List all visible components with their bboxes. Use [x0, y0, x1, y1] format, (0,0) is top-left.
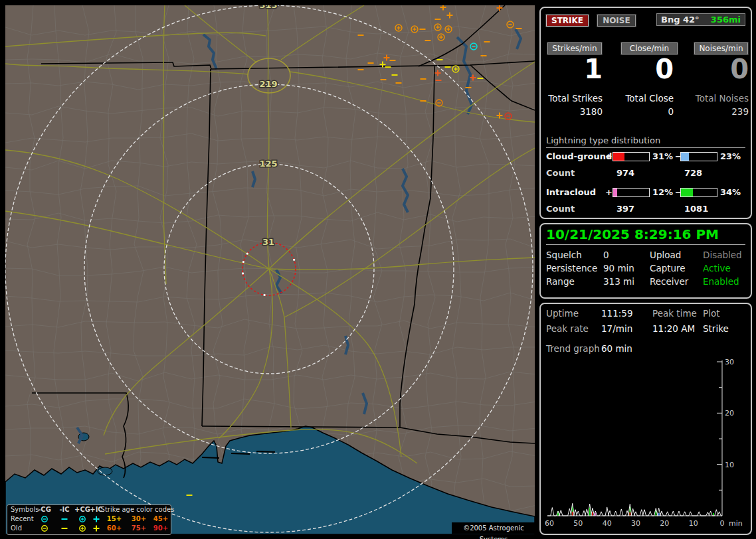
cg-neg-count: 728 [684, 168, 702, 178]
cg-pos-sign: + [605, 151, 613, 161]
intracloud-count-row: Count 397 1081 [541, 204, 751, 214]
svg-text:40: 40 [603, 519, 612, 528]
trend-window-value: 60 min [601, 343, 632, 354]
copyright-label: ©2005 Astrogenic Systems [452, 522, 535, 534]
old-cg-pos-icon [78, 524, 87, 532]
ic-pos-bar [613, 188, 650, 197]
noises-per-min-button[interactable]: Noises/min [694, 42, 748, 54]
cloud-ground-count-row: Count 974 728 [541, 168, 751, 179]
receiver-label: Receiver [650, 276, 688, 287]
datetime-display: 10/21/2025 8:29:16 PM [546, 226, 719, 242]
svg-text:10: 10 [725, 461, 734, 469]
svg-text:20: 20 [725, 409, 734, 418]
intracloud-label: Intracloud [546, 187, 596, 197]
range-label: Range [546, 276, 575, 287]
age-45: 45+ [153, 515, 168, 522]
range-value: 313 mi [603, 276, 634, 287]
ic-neg-pct: 34% [720, 187, 741, 197]
legend-age-title: Strike age color codes [101, 506, 175, 513]
svg-text:219: 219 [259, 79, 277, 89]
old-ic-neg-icon [60, 524, 69, 532]
total-close-label: Total Close [614, 93, 674, 104]
legend-row-old: Old [11, 524, 22, 532]
close-per-min-button[interactable]: Close/min [621, 42, 678, 54]
strike-button[interactable]: STRIKE [546, 15, 589, 27]
svg-text:125: 125 [259, 159, 277, 169]
noise-button[interactable]: NOISE [597, 15, 636, 27]
recent-cg-neg-icon [40, 515, 49, 523]
total-strikes-value: 3180 [546, 106, 603, 117]
age-30: 30+ [132, 515, 146, 522]
map-canvas: 31125219313 [5, 5, 535, 534]
strikes-rate: 1 [546, 56, 603, 82]
trend-panel: Uptime 111:59 Peak time Plot Peak rate 1… [539, 303, 752, 535]
plot-header: Plot [703, 308, 719, 319]
peak-rate-value: 17/min [601, 323, 632, 334]
squelch-value: 0 [603, 250, 609, 260]
recent-ic-pos-icon [92, 515, 101, 523]
age-90: 90+ [153, 524, 168, 532]
svg-text:10: 10 [689, 519, 698, 528]
total-noises-value: 239 [690, 106, 749, 117]
svg-text:min: min [729, 519, 743, 528]
ic-pos-sign: + [605, 187, 613, 197]
upload-label: Upload [650, 250, 681, 260]
counters-panel: STRIKE NOISE Bng 42° 356mi Strikes/min C… [539, 7, 752, 219]
old-cg-neg-icon [40, 524, 49, 532]
legend-col-neg-cg: -CG [38, 506, 51, 513]
trend-graph-label: Trend graph [546, 343, 600, 354]
legend-col-pos-cg: +CG [74, 506, 90, 513]
svg-text:60: 60 [545, 519, 554, 528]
receiver-status: Enabled [703, 276, 739, 287]
capture-status: Active [703, 263, 731, 273]
peak-time-value: 11:20 AM [652, 323, 695, 334]
svg-text:313: 313 [259, 5, 277, 10]
trend-chart: 3020106050403020100min [541, 357, 751, 531]
cloud-ground-label: Cloud-ground [546, 151, 612, 161]
total-strikes-label: Total Strikes [546, 93, 603, 104]
age-60: 60+ [107, 524, 122, 532]
ic-neg-count: 1081 [684, 204, 708, 214]
distribution-title: Lightning type distribution [546, 135, 745, 148]
peak-time-header: Peak time [652, 308, 697, 319]
svg-text:31: 31 [262, 237, 274, 247]
peak-rate-label: Peak rate [546, 323, 589, 334]
ic-neg-bar [680, 188, 717, 197]
cg-neg-pct: 23% [720, 151, 741, 161]
ic-pos-count: 397 [616, 204, 634, 214]
cg-neg-bar [680, 152, 717, 161]
cloud-ground-row: Cloud-ground + 31% − 23% [541, 151, 751, 162]
legend-col-neg-ic: -IC [59, 506, 69, 513]
cg-count-label: Count [546, 168, 575, 178]
svg-text:20: 20 [660, 519, 669, 528]
legend-symbols-title: Symbols [11, 506, 39, 513]
upload-status: Disabled [703, 250, 742, 260]
cg-pos-bar [613, 152, 650, 161]
plot-mode-value: Strike [703, 323, 729, 334]
total-noises-label: Total Noises [690, 93, 749, 104]
recent-ic-neg-icon [60, 515, 69, 523]
legend-row-recent: Recent [11, 515, 34, 522]
ic-pos-pct: 12% [652, 187, 673, 197]
close-rate: 0 [614, 56, 674, 82]
old-ic-pos-icon [92, 524, 101, 532]
strikes-per-min-button[interactable]: Strikes/min [547, 42, 602, 54]
map-legend: Symbols -CG -IC +CG +IC Strike age color… [7, 504, 171, 535]
distance-value: 356mi [711, 15, 741, 25]
lightning-map[interactable]: 31125219313 [5, 5, 535, 534]
capture-label: Capture [650, 263, 686, 273]
total-close-value: 0 [614, 106, 674, 117]
persistence-value: 90 min [603, 263, 634, 273]
bearing-value: Bng 42° [661, 15, 700, 25]
age-75: 75+ [132, 524, 146, 532]
age-15: 15+ [107, 515, 122, 522]
recent-cg-pos-icon [78, 515, 87, 523]
squelch-label: Squelch [546, 250, 582, 260]
ic-count-label: Count [546, 204, 575, 214]
bearing-display: Bng 42° 356mi [656, 13, 745, 26]
uptime-label: Uptime [546, 308, 579, 319]
cg-pos-pct: 31% [652, 151, 673, 161]
persistence-label: Persistence [546, 263, 597, 273]
cg-pos-count: 974 [616, 168, 634, 178]
datetime-divider [546, 244, 745, 245]
